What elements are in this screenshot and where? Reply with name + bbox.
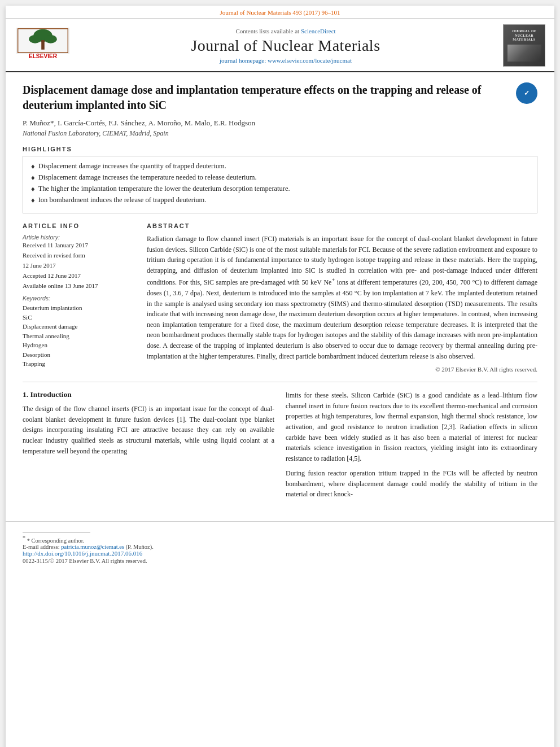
revised-date: 12 June 2017 (23, 262, 135, 269)
revised-label: Received in revised form (23, 252, 135, 259)
journal-title: Journal of Nuclear Materials (77, 37, 495, 55)
journal-thumbnail: JOURNAL OF NUCLEAR MATERIALS (503, 24, 545, 67)
article-info-column: ARTICLE INFO Article history: Received 1… (23, 222, 135, 373)
crossmark-icon: ✓ (524, 89, 530, 98)
keyword-5: Hydrogen (23, 340, 135, 350)
email-link[interactable]: patricia.munoz@ciemat.es (61, 544, 124, 550)
affiliation: National Fusion Laboratory, CIEMAT, Madr… (23, 129, 537, 138)
intro-left-column: 1. Introduction The design of the flow c… (23, 390, 274, 504)
keyword-6: Desorption (23, 350, 135, 360)
keyword-3: Displacement damage (23, 322, 135, 331)
header-right: JOURNAL OF NUCLEAR MATERIALS (495, 24, 545, 67)
page: Journal of Nuclear Materials 493 (2017) … (6, 6, 554, 747)
svg-point-3 (45, 34, 57, 43)
star-icon: * (23, 535, 25, 541)
page-footer: * * Corresponding author. E-mail address… (6, 521, 554, 570)
highlights-box: ♦ Displacement damage increases the quan… (23, 156, 537, 213)
keyword-4: Thermal annealing (23, 331, 135, 341)
journal-top-bar: Journal of Nuclear Materials 493 (2017) … (6, 6, 554, 19)
doi-link[interactable]: http://dx.doi.org/10.1016/j.jnucmat.2017… (23, 550, 537, 557)
highlight-item-1: ♦ Displacement damage increases the quan… (31, 162, 529, 171)
online-date: Available online 13 June 2017 (23, 282, 135, 289)
article-title: Displacement damage dose and implantatio… (23, 82, 509, 113)
highlight-item-4: ♦ Ion bombardment induces the release of… (31, 196, 529, 205)
header-left: ELSEVIER (15, 28, 77, 64)
bullet-icon-2: ♦ (31, 173, 35, 182)
keyword-1: Deuterium implantation (23, 303, 135, 313)
keyword-7: Trapping (23, 359, 135, 369)
highlight-item-3: ♦ The higher the implantation temperatur… (31, 185, 529, 194)
intro-paragraph-2: limits for these steels. Silicon Carbide… (286, 390, 537, 464)
section-divider (23, 382, 537, 382)
svg-point-2 (29, 34, 41, 43)
header-section: ELSEVIER Contents lists available at Sci… (6, 19, 554, 72)
journal-thumb-text: JOURNAL OF NUCLEAR MATERIALS (508, 29, 541, 62)
bullet-icon-4: ♦ (31, 196, 35, 205)
article-info-heading: ARTICLE INFO (23, 222, 135, 229)
corresponding-note: * * Corresponding author. (23, 535, 537, 544)
keywords-label: Keywords: (23, 295, 135, 302)
history-label: Article history: (23, 234, 135, 241)
sciencedirect-line: Contents lists available at ScienceDirec… (77, 28, 495, 34)
highlight-item-2: ♦ Displacement damage increases the temp… (31, 173, 529, 182)
elsevier-logo: ELSEVIER (15, 28, 71, 62)
svg-rect-4 (41, 40, 45, 50)
introduction-section: 1. Introduction The design of the flow c… (23, 390, 537, 504)
highlights-heading: HIGHLIGHTS (23, 146, 537, 152)
intro-paragraph-1: The design of the flow channel inserts (… (23, 404, 274, 456)
abstract-heading: ABSTRACT (147, 222, 537, 229)
issn-line: 0022-3115/© 2017 Elsevier B.V. All right… (23, 558, 537, 564)
email-line: E-mail address: patricia.munoz@ciemat.es… (23, 544, 537, 550)
header-center: Contents lists available at ScienceDirec… (77, 28, 495, 64)
keyword-2: SiC (23, 313, 135, 322)
abstract-text: Radiation damage to flow channel insert … (147, 234, 537, 361)
retained-word: retained (515, 289, 537, 297)
implanted-word: implanted (246, 342, 273, 350)
sciencedirect-link[interactable]: ScienceDirect (301, 28, 336, 34)
article-info-abstract: ARTICLE INFO Article history: Received 1… (23, 222, 537, 373)
svg-text:ELSEVIER: ELSEVIER (29, 53, 58, 59)
content-area: Displacement damage dose and implantatio… (6, 72, 554, 516)
intro-paragraph-3: During fusion reactor operation tritium … (286, 468, 537, 500)
authors: P. Muñoz*, I. García-Cortés, F.J. Sánche… (23, 119, 537, 128)
bullet-icon-3: ♦ (31, 185, 35, 194)
intro-heading: 1. Introduction (23, 390, 274, 399)
journal-reference: Journal of Nuclear Materials 493 (2017) … (220, 9, 340, 16)
journal-homepage: journal homepage: www.elsevier.com/locat… (77, 57, 495, 64)
bullet-icon-1: ♦ (31, 162, 35, 171)
received-date: Received 11 January 2017 (23, 242, 135, 248)
footnote-divider (23, 532, 90, 532)
intro-right-column: limits for these steels. Silicon Carbide… (286, 390, 537, 504)
abstract-column: ABSTRACT Radiation damage to flow channe… (147, 222, 537, 373)
article-title-section: Displacement damage dose and implantatio… (23, 82, 537, 113)
copyright: © 2017 Elsevier B.V. All rights reserved… (147, 366, 537, 373)
accepted-date: Accepted 12 June 2017 (23, 272, 135, 279)
crossmark-badge: ✓ (516, 82, 537, 104)
